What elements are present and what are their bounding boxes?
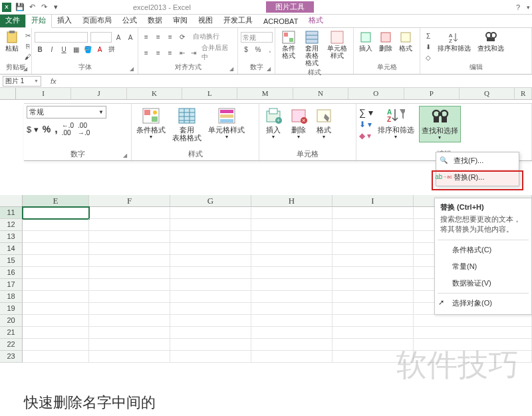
cell[interactable] (332, 255, 414, 267)
col-header-h[interactable]: H (251, 195, 332, 207)
undo-icon[interactable]: ↶ (27, 3, 37, 12)
number-launcher[interactable]: ◢ (267, 66, 273, 73)
find-select-button[interactable]: 查找和选择▾ (419, 106, 461, 142)
cell[interactable] (332, 207, 414, 219)
row-header[interactable]: 18 (0, 291, 23, 303)
cell[interactable] (332, 327, 414, 339)
increase-font-icon[interactable]: A (113, 33, 124, 42)
col-header-i[interactable]: I (332, 195, 414, 207)
clipboard-launcher[interactable]: ◢ (23, 66, 30, 73)
table-format-button[interactable]: 套用 表格格式 (170, 106, 203, 143)
cell[interactable] (251, 279, 332, 291)
comma-button[interactable]: , (55, 123, 57, 135)
cell[interactable] (332, 339, 414, 351)
cell[interactable] (23, 279, 89, 291)
cell[interactable] (414, 315, 532, 327)
cell[interactable] (251, 315, 332, 327)
menu-item-data-validation[interactable]: 数据验证(V) (435, 275, 531, 292)
cell-styles-button[interactable]: 单元格样式 (325, 29, 350, 61)
cell[interactable] (332, 303, 414, 315)
align-middle-icon[interactable]: ≡ (153, 32, 164, 41)
cell[interactable] (170, 315, 251, 327)
cell[interactable] (332, 267, 414, 279)
cell[interactable] (23, 231, 89, 243)
align-launcher[interactable]: ◢ (229, 66, 236, 73)
font-family-select[interactable] (35, 32, 88, 43)
italic-button[interactable]: I (47, 45, 57, 54)
cell[interactable] (332, 351, 414, 363)
save-icon[interactable]: 💾 (15, 3, 25, 12)
delete-button[interactable]: × 删除▾ (287, 106, 310, 141)
cell[interactable] (23, 291, 89, 303)
cell[interactable] (89, 219, 170, 231)
number-format-select[interactable]: 常规 ▼ (27, 106, 106, 118)
tab-data[interactable]: 数据 (142, 13, 168, 27)
cell[interactable] (170, 279, 251, 291)
cell[interactable] (170, 291, 251, 303)
border-button[interactable]: ▦ (70, 45, 81, 54)
format-button[interactable]: 格式▾ (313, 106, 335, 141)
cell-styles-button[interactable]: 单元格样式▾ (206, 106, 247, 141)
align-top-icon[interactable]: ≡ (141, 32, 152, 41)
cell[interactable] (89, 327, 170, 339)
font-size-select[interactable] (90, 32, 112, 43)
currency-button[interactable]: $ ▾ (27, 124, 39, 134)
cell[interactable] (414, 339, 532, 351)
col-header[interactable]: K (127, 88, 182, 99)
cell[interactable] (89, 243, 170, 255)
underline-button[interactable]: U (59, 45, 69, 54)
row-header[interactable]: 15 (0, 255, 23, 267)
conditional-format-button[interactable]: 条件格式 (278, 29, 300, 61)
cell[interactable] (251, 255, 332, 267)
cell[interactable] (170, 219, 251, 231)
cell[interactable] (89, 303, 170, 315)
cell[interactable] (251, 291, 332, 303)
cell[interactable] (170, 303, 251, 315)
cell[interactable] (251, 327, 332, 339)
row-header[interactable]: 21 (0, 327, 23, 339)
cell[interactable] (89, 207, 170, 219)
cell[interactable] (23, 243, 89, 255)
cell[interactable] (23, 315, 89, 327)
orientation-icon[interactable]: ⟳ (177, 32, 188, 41)
cell[interactable] (170, 327, 251, 339)
cell[interactable] (89, 279, 170, 291)
cell[interactable] (414, 351, 532, 363)
insert-cells-button[interactable]: 插入 (356, 29, 375, 53)
tab-file[interactable]: 文件 (0, 13, 25, 27)
merge-center-button[interactable]: 合并后居中 (201, 43, 235, 62)
table-format-button[interactable]: 套用 表格格式 (301, 29, 323, 68)
fx-label[interactable]: fx (51, 77, 57, 85)
col-header-e[interactable]: E (23, 195, 89, 207)
cell[interactable] (251, 267, 332, 279)
cell[interactable] (332, 243, 414, 255)
phonetic-button[interactable]: 拼 (106, 45, 117, 54)
fill-icon[interactable]: ⬇ (423, 42, 434, 51)
col-header[interactable]: R (515, 88, 532, 99)
fill-color-button[interactable]: 🪣 (82, 45, 93, 54)
sort-filter-button[interactable]: AZ排序和筛选 (435, 29, 473, 53)
align-left-icon[interactable]: ≡ (141, 48, 152, 57)
decrease-indent-icon[interactable]: ⇤ (177, 48, 188, 57)
font-launcher[interactable]: ◢ (130, 66, 136, 73)
cell[interactable] (89, 351, 170, 363)
autosum-icon[interactable]: Σ (423, 31, 434, 41)
cell[interactable] (89, 315, 170, 327)
select-all-corner[interactable] (0, 195, 23, 207)
tab-insert[interactable]: 插入 (52, 13, 77, 27)
cell[interactable] (89, 255, 170, 267)
clear-icon[interactable]: ◇ (423, 53, 434, 62)
cell[interactable] (89, 339, 170, 351)
ribbon-collapse-icon[interactable]: ▾ (527, 4, 530, 11)
cell[interactable] (170, 255, 251, 267)
tab-view[interactable]: 视图 (193, 13, 218, 27)
wrap-text-button[interactable]: 自动换行 (193, 32, 219, 41)
cell[interactable] (23, 207, 89, 219)
row-header[interactable]: 20 (0, 315, 23, 327)
name-box[interactable]: 图片 1 ▼ (3, 76, 41, 87)
sort-filter-button[interactable]: AZ 排序和筛选▾ (376, 106, 416, 141)
cell[interactable] (23, 303, 89, 315)
cell[interactable] (332, 279, 414, 291)
row-header[interactable]: 14 (0, 243, 23, 255)
cell[interactable] (89, 231, 170, 243)
